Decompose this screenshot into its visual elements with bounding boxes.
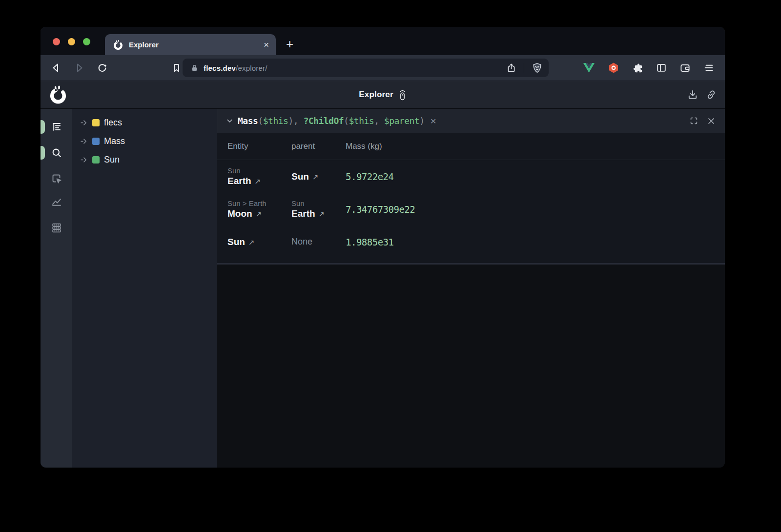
zoom-window-button[interactable] <box>83 38 90 45</box>
table-row: Sun Earth ↗ Sun ↗ 5.9722e24 <box>217 160 725 193</box>
open-entity-icon[interactable]: ↗ <box>248 238 255 247</box>
content-area: flecs Mass Sun <box>41 108 725 468</box>
refresh-button[interactable] <box>95 61 109 75</box>
tree-item[interactable]: flecs <box>72 113 217 132</box>
entity-path: Sun > Earth <box>227 199 291 207</box>
inspect-panel-button[interactable] <box>51 173 62 184</box>
query-results-table: EntityparentMass (kg) Sun Earth ↗ Sun ↗ … <box>217 133 725 263</box>
entity-tree-panel-button[interactable] <box>51 121 62 133</box>
memory-panel-button[interactable] <box>51 222 62 234</box>
table-row: Sun > Earth Moon ↗ Sun Earth ↗ 7.3476730… <box>217 193 725 225</box>
entity-color-swatch <box>92 156 100 164</box>
mass-value: 5.9722e24 <box>346 171 725 182</box>
query-clear-icon[interactable]: × <box>431 116 436 126</box>
entity-tree-list: flecs Mass Sun <box>72 113 217 169</box>
fullscreen-icon[interactable] <box>690 117 698 125</box>
browser-toolbar: flecs.dev/explorer/ <box>41 55 725 81</box>
query-segment: $parent <box>384 116 419 126</box>
url-path: /explorer/ <box>236 64 267 72</box>
query-segment: , <box>374 116 384 126</box>
parent-cell: Sun Earth ↗ <box>291 199 346 219</box>
mass-value: 7.34767309e22 <box>346 204 725 215</box>
open-entity-icon[interactable]: ↗ <box>256 210 262 219</box>
close-panel-icon[interactable] <box>707 117 715 125</box>
stats-panel-button[interactable] <box>51 196 62 208</box>
open-entity-icon[interactable]: ↗ <box>255 177 261 186</box>
mass-value: 1.9885e31 <box>346 237 725 247</box>
query-segment: $this <box>349 116 374 126</box>
query-segment: ?ChildOf <box>303 116 344 126</box>
extensions-puzzle-icon[interactable] <box>632 62 643 74</box>
query-segment: ) <box>419 116 424 126</box>
active-panel-pill <box>41 146 45 160</box>
parent-link: None <box>291 237 312 247</box>
bookmark-icon[interactable] <box>169 61 184 75</box>
app-header: Explorer <box>41 81 725 108</box>
query-panel: Mass($this), ?ChildOf($this, $parent) × <box>217 109 725 265</box>
tree-item[interactable]: Mass <box>72 132 217 150</box>
column-header: Entity <box>227 142 291 151</box>
remote-connection-icon[interactable] <box>398 89 407 101</box>
query-segment: Mass <box>238 116 258 126</box>
address-bar[interactable]: flecs.dev/explorer/ <box>183 59 549 77</box>
back-button[interactable] <box>49 61 63 75</box>
entity-cell: Sun Earth ↗ <box>227 166 291 186</box>
tree-item-label: Sun <box>104 155 120 165</box>
app-header-actions <box>687 89 717 101</box>
column-header: parent <box>291 142 346 151</box>
entity-color-swatch <box>92 138 100 145</box>
entity-link[interactable]: Sun <box>227 237 245 247</box>
link-icon[interactable] <box>705 89 717 101</box>
parent-link[interactable]: Sun <box>291 171 309 182</box>
expand-arrow-icon[interactable] <box>80 137 88 145</box>
open-entity-icon[interactable]: ↗ <box>319 210 325 219</box>
expand-arrow-icon[interactable] <box>80 119 88 127</box>
minimize-window-button[interactable] <box>68 38 75 45</box>
column-header: Mass (kg) <box>346 142 725 151</box>
query-segment: ), <box>288 116 303 126</box>
screen-background: Explorer × + <box>0 0 781 532</box>
forward-button[interactable] <box>72 61 86 75</box>
expand-arrow-icon[interactable] <box>80 156 88 164</box>
flecs-favicon-icon <box>113 40 123 50</box>
browser-window: Explorer × + <box>41 27 725 468</box>
toolbar-divider <box>524 63 525 73</box>
entity-tree-panel: flecs Mass Sun <box>72 109 217 468</box>
menu-icon[interactable] <box>703 62 714 73</box>
traffic-lights <box>53 38 90 45</box>
chevron-down-icon[interactable] <box>226 117 233 124</box>
browser-tab-explorer[interactable]: Explorer × <box>105 34 276 55</box>
app-title-wrap: Explorer <box>41 89 725 101</box>
tab-title: Explorer <box>129 41 264 49</box>
open-entity-icon[interactable]: ↗ <box>312 173 319 182</box>
parent-link[interactable]: Earth <box>291 208 315 219</box>
close-window-button[interactable] <box>53 38 60 45</box>
share-icon[interactable] <box>506 63 516 73</box>
entity-link[interactable]: Earth <box>227 176 251 186</box>
search-panel-button[interactable] <box>51 147 62 159</box>
vue-devtools-icon[interactable] <box>583 62 595 73</box>
table-body: Sun Earth ↗ Sun ↗ 5.9722e24 Sun > Earth … <box>217 160 725 258</box>
new-tab-button[interactable]: + <box>286 38 293 50</box>
wallet-icon[interactable] <box>679 62 691 74</box>
url-domain: flecs.dev <box>204 64 236 72</box>
parent-cell: Sun ↗ <box>291 171 346 182</box>
tree-item[interactable]: Sun <box>72 150 217 169</box>
brave-shield-icon[interactable] <box>532 62 543 74</box>
query-segment: ( <box>344 116 349 126</box>
query-panel-buttons <box>690 117 715 125</box>
sidebar-toggle-icon[interactable] <box>656 62 667 73</box>
query-segment: $this <box>263 116 288 126</box>
hexagon-extension-icon[interactable] <box>608 62 619 74</box>
entity-cell: Sun ↗ <box>227 237 291 247</box>
download-icon[interactable] <box>687 89 699 101</box>
url-text: flecs.dev/explorer/ <box>204 64 506 72</box>
parent-path: Sun <box>291 199 346 207</box>
query-segment: ( <box>258 116 263 126</box>
entity-link[interactable]: Moon <box>227 208 252 219</box>
tab-close-icon[interactable]: × <box>264 40 269 49</box>
parent-cell: None <box>291 237 346 247</box>
main-panel: Mass($this), ?ChildOf($this, $parent) × <box>217 109 725 468</box>
query-expression[interactable]: Mass($this), ?ChildOf($this, $parent) <box>238 116 425 126</box>
entity-path: Sun <box>227 166 291 175</box>
